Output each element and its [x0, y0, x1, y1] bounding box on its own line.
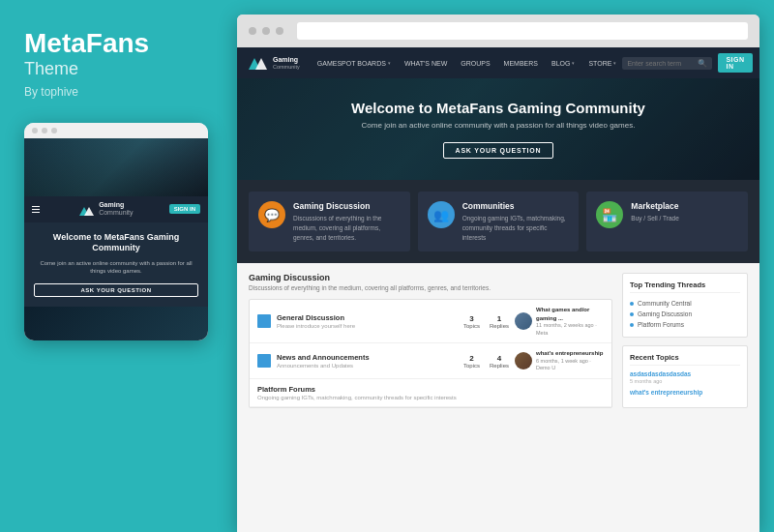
mobile-signin-button[interactable]: SIGN IN	[169, 204, 200, 214]
brand-name: MetaFans	[24, 29, 149, 59]
trending-threads-box: Top Trending Threads Community Central G…	[622, 273, 748, 338]
hero-content: Welcome to MetaFans Gaming Community Com…	[256, 100, 740, 159]
browser-dot-yellow	[262, 27, 270, 35]
nav-item-blog[interactable]: BLOG ▾	[546, 47, 580, 78]
recent-topic-2-title[interactable]: what's entrepreneurship	[630, 389, 740, 396]
mobile-hamburger-icon[interactable]	[32, 206, 40, 213]
forum-news-topics: 2 Topics	[463, 354, 480, 369]
forum-news-desc: Announcements and Updates	[277, 363, 458, 369]
mobile-logo: Gaming Community	[79, 201, 133, 218]
browser-url-bar[interactable]	[297, 22, 748, 40]
recent-topics-box: Recent Topics asdasdasdasdasdas 5 months…	[622, 345, 748, 408]
site-content: Gaming Community GAMESPOT BOARDS ▾ WHAT'…	[237, 47, 759, 532]
mobile-bottom-image	[24, 307, 208, 340]
forum-row-general: General Discussion Please introduce your…	[250, 300, 611, 343]
recent-topic-2: what's entrepreneurship	[630, 389, 740, 396]
marketplace-icon: 🏪	[596, 201, 623, 228]
content-left: Gaming Discussion Discussions of everyth…	[249, 273, 612, 522]
brand-author: By tophive	[24, 85, 78, 99]
communities-icon: 👥	[428, 201, 455, 228]
search-icon[interactable]: 🔍	[698, 59, 707, 68]
forum-row-platform: Platform Forums Ongoing gaming IGTs, mat…	[250, 379, 611, 407]
mobile-dot-2	[42, 128, 47, 133]
forum-general-latest-text: What games and/or gaming ... 11 months, …	[536, 306, 604, 337]
nav-item-members[interactable]: MEMBERS	[498, 47, 544, 78]
feature-card-communities-text: Communities Ongoing gaming IGTs, matchma…	[462, 201, 570, 242]
feature-cards: 💬 Gaming Discussion Discussions of every…	[237, 180, 759, 263]
feature-gaming-desc: Discussions of everything in the medium,…	[293, 214, 401, 242]
left-panel: MetaFans Theme By tophive Gaming Communi…	[0, 0, 237, 532]
hero-cta-button[interactable]: ASK YOUR QUESTION	[443, 142, 554, 159]
logo-triangles-icon	[249, 56, 268, 70]
forum-general-topics: 3 Topics	[463, 314, 480, 329]
forum-news-info: News and Announcements Announcements and…	[277, 353, 458, 369]
mobile-logo-icon	[79, 203, 95, 216]
mobile-hero-image	[24, 138, 208, 196]
section-title: Gaming Discussion	[249, 273, 612, 282]
forum-news-stats: 2 Topics 4 Replies	[463, 354, 509, 369]
browser-mockup: Gaming Community GAMESPOT BOARDS ▾ WHAT'…	[237, 15, 759, 532]
hero-title: Welcome to MetaFans Gaming Community	[256, 100, 740, 116]
trending-item-3[interactable]: Platform Forums	[630, 319, 740, 330]
forum-table: General Discussion Please introduce your…	[249, 299, 612, 408]
feature-card-marketplace: 🏪 Marketplace Buy / Sell / Trade	[586, 192, 748, 251]
forum-news-latest-text: what's entrepreneurship 6 months, 1 week…	[536, 349, 604, 372]
forum-general-icon	[257, 314, 271, 328]
nav-item-whatsnew[interactable]: WHAT'S NEW	[399, 47, 453, 78]
search-input[interactable]	[627, 60, 695, 67]
section-desc: Discussions of everything in the medium,…	[249, 284, 612, 291]
brand-theme: Theme	[24, 59, 78, 79]
mobile-dot-1	[32, 128, 38, 133]
feature-marketplace-desc: Buy / Sell / Trade	[631, 214, 679, 223]
nav-item-groups[interactable]: GROUPS	[455, 47, 495, 78]
nav-chevron-icon: ▾	[388, 60, 391, 66]
mobile-hero-title: Welcome to MetaFans Gaming Community	[34, 232, 198, 254]
trending-item-1[interactable]: Community Central	[630, 298, 740, 309]
platform-forum-name[interactable]: Platform Forums	[257, 385, 604, 394]
trending-bullet-2	[630, 312, 634, 316]
gaming-discussion-icon: 💬	[258, 201, 285, 228]
recent-topics-title: Recent Topics	[630, 353, 740, 366]
forum-news-icon	[257, 354, 271, 368]
nav-item-store[interactable]: STORE ▾	[582, 47, 622, 78]
trending-bullet-1	[630, 302, 634, 306]
forum-news-avatar	[515, 352, 532, 369]
forum-general-latest: What games and/or gaming ... 11 months, …	[515, 306, 604, 337]
forum-general-avatar	[515, 312, 532, 330]
content-right: Top Trending Threads Community Central G…	[622, 273, 748, 522]
site-logo-text: Gaming Community	[273, 56, 300, 70]
hero-subtitle: Come join an active online community wit…	[256, 121, 740, 130]
feature-card-gaming-text: Gaming Discussion Discussions of everyth…	[293, 201, 401, 242]
site-hero: Welcome to MetaFans Gaming Community Com…	[237, 78, 759, 180]
forum-news-replies: 4 Replies	[490, 354, 509, 369]
site-nav: Gaming Community GAMESPOT BOARDS ▾ WHAT'…	[237, 47, 759, 78]
recent-topic-1: asdasdasdasdasdas 5 months ago	[630, 370, 740, 384]
recent-topic-1-meta: 5 months ago	[630, 378, 740, 384]
main-content: Gaming Discussion Discussions of everyth…	[237, 263, 759, 532]
mobile-cta-button[interactable]: ASK YOUR QUESTION	[34, 283, 198, 297]
forum-general-desc: Please introduce yourself here	[277, 323, 458, 329]
browser-dot-red	[249, 27, 256, 35]
mobile-hero-content: Welcome to MetaFans Gaming Community Com…	[24, 222, 208, 307]
feature-card-marketplace-text: Marketplace Buy / Sell / Trade	[631, 201, 679, 223]
platform-forum-desc: Ongoing gaming IGTs, matchmaking, commun…	[257, 395, 604, 400]
feature-communities-title: Communities	[462, 201, 570, 211]
mobile-nav: Gaming Community SIGN IN	[24, 196, 208, 222]
trending-threads-title: Top Trending Threads	[630, 281, 740, 293]
mobile-dot-3	[51, 128, 57, 133]
feature-card-gaming-discussion: 💬 Gaming Discussion Discussions of every…	[249, 192, 410, 251]
trending-item-2[interactable]: Gaming Discussion	[630, 309, 740, 319]
browser-chrome	[237, 15, 759, 47]
trending-bullet-3	[630, 323, 634, 327]
mobile-hero-subtitle: Come join an active online community wit…	[34, 259, 198, 276]
recent-topic-1-title[interactable]: asdasdasdasdasdas	[630, 370, 740, 377]
mobile-window-dots	[24, 123, 208, 138]
site-logo-icon	[249, 56, 268, 70]
forum-row-news: News and Announcements Announcements and…	[250, 343, 611, 379]
forum-news-name[interactable]: News and Announcements	[277, 353, 458, 362]
nav-search-box: 🔍	[622, 57, 712, 70]
nav-item-gamespot[interactable]: GAMESPOT BOARDS ▾	[312, 47, 397, 78]
nav-store-chevron-icon: ▾	[613, 60, 616, 66]
forum-general-name[interactable]: General Discussion	[277, 313, 458, 322]
nav-signin-button[interactable]: SIGN IN	[718, 53, 752, 73]
